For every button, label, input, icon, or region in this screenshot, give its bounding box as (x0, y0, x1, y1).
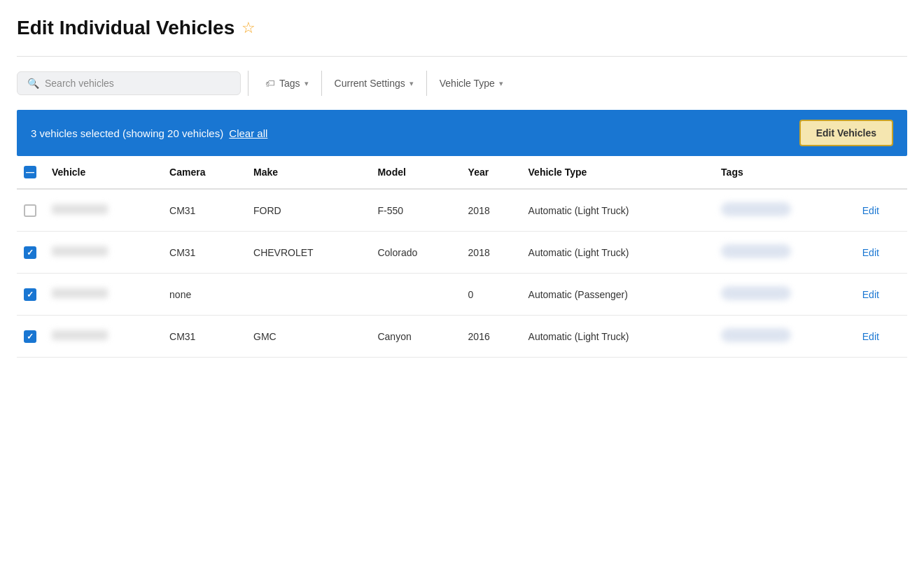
select-all-header[interactable] (17, 156, 45, 189)
row-make: CHEVROLET (246, 232, 370, 274)
filters-row: 🔍 🏷 Tags ▾ Current Settings ▾ Vehicle Ty… (17, 71, 907, 96)
current-settings-filter-button[interactable]: Current Settings ▾ (325, 72, 424, 94)
row-checkbox-cell (17, 189, 45, 232)
row-model (370, 274, 461, 316)
col-vehicle: Vehicle (45, 156, 162, 189)
row-vehicle-id (45, 316, 162, 358)
edit-link-2[interactable]: Edit (862, 289, 879, 300)
row-tags (714, 232, 855, 274)
table-row: none0Automatic (Passenger)Edit (17, 274, 907, 316)
row-checkbox-1[interactable] (24, 246, 36, 259)
table-row: CM31FORDF-5502018Automatic (Light Truck)… (17, 189, 907, 232)
select-all-checkbox[interactable] (24, 166, 36, 178)
vehicle-type-label: Vehicle Type (440, 78, 495, 89)
edit-link-1[interactable]: Edit (862, 247, 879, 258)
vehicles-table-container: Vehicle Camera Make Model Year Vehicle T… (17, 156, 907, 358)
row-tags (714, 189, 855, 232)
row-edit-cell: Edit (855, 316, 907, 358)
col-model: Model (370, 156, 461, 189)
current-settings-chevron-icon: ▾ (410, 79, 414, 88)
tags-label: Tags (279, 78, 300, 89)
row-edit-cell: Edit (855, 274, 907, 316)
vehicle-type-chevron-icon: ▾ (499, 79, 503, 88)
table-row: CM31CHEVROLETColorado2018Automatic (Ligh… (17, 232, 907, 274)
row-make: GMC (246, 316, 370, 358)
row-checkbox-3[interactable] (24, 330, 36, 343)
tags-chevron-icon: ▾ (304, 79, 309, 88)
row-vehicle-type: Automatic (Passenger) (522, 274, 715, 316)
table-row: CM31GMCCanyon2016Automatic (Light Truck)… (17, 316, 907, 358)
col-actions (855, 156, 907, 189)
row-vehicle-id (45, 232, 162, 274)
table-header-row: Vehicle Camera Make Model Year Vehicle T… (17, 156, 907, 189)
col-vehicle-type: Vehicle Type (522, 156, 715, 189)
row-year: 2018 (461, 189, 522, 232)
row-checkbox-cell (17, 316, 45, 358)
row-model: F-550 (370, 189, 461, 232)
row-camera: CM31 (162, 189, 246, 232)
row-camera: CM31 (162, 232, 246, 274)
row-tags (714, 316, 855, 358)
row-tags (714, 274, 855, 316)
page-title: Edit Individual Vehicles (17, 17, 234, 39)
search-input[interactable] (45, 78, 230, 89)
row-checkbox-cell (17, 274, 45, 316)
col-make: Make (246, 156, 370, 189)
search-icon: 🔍 (27, 78, 39, 89)
tags-filter-button[interactable]: 🏷 Tags ▾ (255, 72, 318, 94)
row-vehicle-type: Automatic (Light Truck) (522, 232, 715, 274)
row-year: 2018 (461, 232, 522, 274)
edit-link-3[interactable]: Edit (862, 331, 879, 342)
row-camera: CM31 (162, 316, 246, 358)
row-vehicle-type: Automatic (Light Truck) (522, 189, 715, 232)
header-divider (17, 56, 907, 57)
selection-count-text: 3 vehicles selected (showing 20 vehicles… (31, 127, 223, 139)
filter-separator-2 (426, 71, 427, 96)
edit-vehicles-button[interactable]: Edit Vehicles (799, 120, 893, 146)
row-checkbox-2[interactable] (24, 288, 36, 301)
row-checkbox-0[interactable] (24, 204, 36, 217)
col-year: Year (461, 156, 522, 189)
col-camera: Camera (162, 156, 246, 189)
vehicles-table: Vehicle Camera Make Model Year Vehicle T… (17, 156, 907, 358)
tag-icon: 🏷 (265, 78, 275, 89)
search-box: 🔍 (17, 71, 241, 95)
row-camera: none (162, 274, 246, 316)
current-settings-label: Current Settings (335, 78, 405, 89)
row-vehicle-id (45, 274, 162, 316)
row-vehicle-type: Automatic (Light Truck) (522, 316, 715, 358)
col-tags: Tags (714, 156, 855, 189)
row-checkbox-cell (17, 232, 45, 274)
filter-divider-1 (248, 71, 248, 96)
row-make (246, 274, 370, 316)
favorite-star-icon[interactable]: ☆ (241, 19, 255, 37)
row-edit-cell: Edit (855, 189, 907, 232)
row-year: 2016 (461, 316, 522, 358)
row-edit-cell: Edit (855, 232, 907, 274)
row-model: Canyon (370, 316, 461, 358)
filter-separator-1 (321, 71, 322, 96)
clear-all-link[interactable]: Clear all (229, 127, 267, 139)
row-model: Colorado (370, 232, 461, 274)
selection-text: 3 vehicles selected (showing 20 vehicles… (31, 127, 267, 139)
selection-bar: 3 vehicles selected (showing 20 vehicles… (17, 110, 907, 156)
edit-link-0[interactable]: Edit (862, 205, 879, 216)
row-make: FORD (246, 189, 370, 232)
row-year: 0 (461, 274, 522, 316)
row-vehicle-id (45, 189, 162, 232)
vehicle-type-filter-button[interactable]: Vehicle Type ▾ (430, 72, 513, 94)
